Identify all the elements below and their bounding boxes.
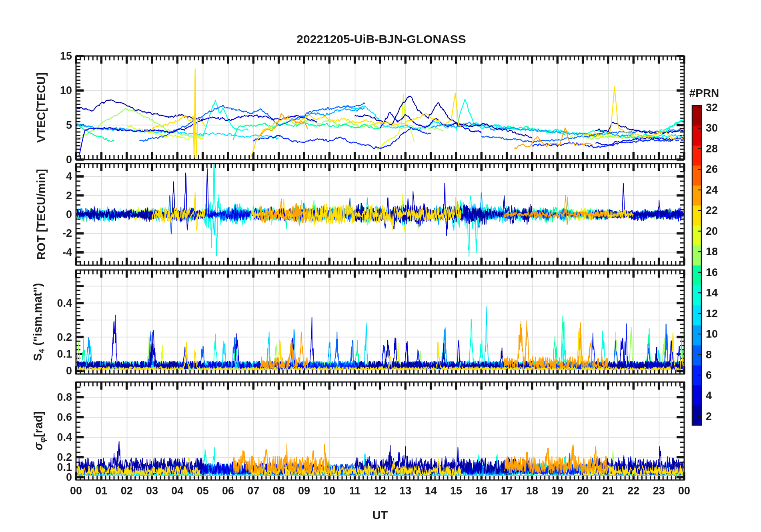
x-tick-label: 22 bbox=[627, 485, 639, 497]
x-tick-label: 00 bbox=[678, 485, 690, 497]
x-tick-label: 06 bbox=[222, 485, 234, 497]
colorbar-tick-label: 18 bbox=[706, 246, 718, 258]
y-tick-label: 5 bbox=[38, 119, 72, 131]
x-tick-label: 18 bbox=[526, 485, 538, 497]
x-tick-label: 08 bbox=[273, 485, 285, 497]
x-tick-label: 14 bbox=[425, 485, 437, 497]
x-tick-label: 12 bbox=[374, 485, 386, 497]
x-tick-label: 03 bbox=[146, 485, 158, 497]
colorbar-tick-label: 32 bbox=[706, 102, 718, 114]
x-tick-label: 01 bbox=[95, 485, 107, 497]
x-tick-label: 10 bbox=[323, 485, 335, 497]
x-tick-label: 13 bbox=[399, 485, 411, 497]
y-axis-label-vtec: VTEC[TECU] bbox=[35, 72, 48, 143]
x-tick-label: 23 bbox=[653, 485, 665, 497]
y-tick-label: 0 bbox=[38, 208, 72, 221]
y-tick-label: 4 bbox=[38, 170, 72, 183]
colorbar-title: #PRN bbox=[689, 87, 719, 100]
y-tick-label: 0 bbox=[38, 154, 72, 166]
y-tick-label: -2 bbox=[38, 227, 72, 240]
colorbar-tick-label: 20 bbox=[706, 225, 718, 237]
x-tick-label: 15 bbox=[450, 485, 462, 497]
y-tick-label: 0.4 bbox=[38, 431, 72, 444]
chart-canvas bbox=[0, 0, 761, 532]
x-tick-label: 16 bbox=[475, 485, 487, 497]
figure: 20221205-UiB-BJN-GLONASS VTEC[TECU] ROT … bbox=[0, 0, 761, 532]
x-tick-label: 00 bbox=[70, 485, 82, 497]
y-tick-label: 0.8 bbox=[38, 391, 72, 404]
colorbar-tick-label: 8 bbox=[706, 348, 712, 361]
chart-title: 20221205-UiB-BJN-GLONASS bbox=[296, 32, 466, 46]
colorbar-tick-label: 16 bbox=[706, 266, 718, 278]
colorbar-tick-label: 14 bbox=[706, 287, 718, 299]
x-tick-label: 19 bbox=[551, 485, 563, 497]
colorbar-tick-label: 24 bbox=[706, 184, 718, 196]
colorbar-tick-label: 26 bbox=[706, 163, 718, 176]
colorbar-tick-label: 2 bbox=[706, 410, 712, 422]
x-tick-label: 21 bbox=[602, 485, 614, 497]
y-tick-label: 0.2 bbox=[38, 451, 72, 464]
x-tick-label: 11 bbox=[349, 485, 360, 497]
y-tick-label: 2 bbox=[38, 189, 72, 202]
x-axis-label: UT bbox=[372, 509, 388, 522]
x-tick-label: 17 bbox=[501, 485, 513, 497]
y-tick-label: 15 bbox=[38, 50, 72, 62]
colorbar-tick-label: 12 bbox=[706, 307, 718, 320]
x-tick-label: 04 bbox=[171, 485, 183, 497]
colorbar-tick-label: 22 bbox=[706, 204, 718, 217]
x-tick-label: 07 bbox=[247, 485, 259, 497]
x-tick-label: 20 bbox=[577, 485, 589, 497]
colorbar-tick-label: 30 bbox=[706, 122, 718, 134]
y-tick-label: -4 bbox=[38, 246, 72, 258]
y-tick-label: 0 bbox=[38, 365, 72, 377]
x-tick-label: 05 bbox=[197, 485, 209, 497]
x-tick-label: 02 bbox=[121, 485, 133, 497]
y-tick-label: 0.1 bbox=[38, 348, 72, 360]
sigma-label-main: σ bbox=[32, 443, 45, 450]
colorbar-tick-label: 10 bbox=[706, 328, 718, 340]
x-tick-label: 09 bbox=[298, 485, 310, 497]
colorbar-tick-label: 6 bbox=[706, 369, 712, 381]
colorbar-tick-label: 28 bbox=[706, 142, 718, 155]
colorbar-tick-label: 4 bbox=[706, 390, 712, 402]
y-tick-label: 10 bbox=[38, 84, 72, 97]
y-tick-label: 0.4 bbox=[38, 297, 72, 309]
y-tick-label: 0.2 bbox=[38, 331, 72, 343]
y-tick-label: 0.6 bbox=[38, 411, 72, 424]
